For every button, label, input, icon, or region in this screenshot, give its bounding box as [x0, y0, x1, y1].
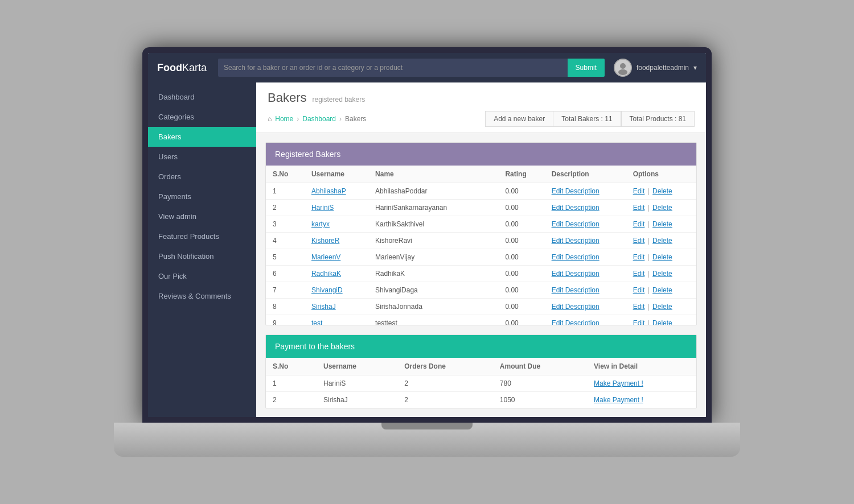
- delete-link[interactable]: Delete: [652, 253, 672, 261]
- col-description: Description: [545, 166, 626, 183]
- username-link[interactable]: KishoreR: [311, 237, 339, 245]
- delete-link[interactable]: Delete: [652, 286, 672, 294]
- delete-link[interactable]: Delete: [652, 303, 672, 311]
- make-payment-link[interactable]: Make Payment !: [594, 396, 643, 404]
- edit-link[interactable]: Edit: [633, 187, 645, 195]
- cell-options: Edit | Delete: [626, 266, 696, 282]
- bakers-table-wrapper[interactable]: S.No Username Name Rating Description Op…: [266, 166, 696, 325]
- cell-name: ShivangiDaga: [368, 282, 498, 299]
- edit-description-link[interactable]: Edit Description: [552, 319, 600, 325]
- sidebar-item-users[interactable]: Users: [148, 147, 256, 167]
- cell-name: SirishaJonnada: [368, 299, 498, 315]
- cell-sno: 6: [266, 266, 305, 282]
- laptop-base: [114, 423, 740, 457]
- edit-description-link[interactable]: Edit Description: [552, 204, 600, 212]
- sidebar-item-categories[interactable]: Categories: [148, 107, 256, 127]
- username-link[interactable]: HariniS: [311, 204, 334, 212]
- table-row: 6 RadhikaK RadhikaK 0.00 Edit Descriptio…: [266, 266, 696, 282]
- edit-link[interactable]: Edit: [633, 319, 645, 325]
- edit-description-link[interactable]: Edit Description: [552, 270, 600, 278]
- cell-username: ShivangiD: [305, 282, 368, 299]
- search-submit-button[interactable]: Submit: [568, 59, 605, 77]
- col-username: Username: [305, 166, 368, 183]
- delete-link[interactable]: Delete: [652, 204, 672, 212]
- cell-sno: 7: [266, 282, 305, 299]
- avatar: [614, 59, 632, 77]
- cell-options: Edit | Delete: [626, 315, 696, 325]
- sidebar-item-our-pick[interactable]: Our Pick: [148, 266, 256, 286]
- cell-options: Edit | Delete: [626, 183, 696, 200]
- edit-link[interactable]: Edit: [633, 253, 645, 261]
- edit-link[interactable]: Edit: [633, 270, 645, 278]
- edit-description-link[interactable]: Edit Description: [552, 303, 600, 311]
- edit-description-link[interactable]: Edit Description: [552, 286, 600, 294]
- delete-link[interactable]: Delete: [652, 319, 672, 325]
- bakers-table: S.No Username Name Rating Description Op…: [266, 166, 696, 325]
- cell-sno: 8: [266, 299, 305, 315]
- cell-options: Edit | Delete: [626, 282, 696, 299]
- table-row: 1 AbhilashaP AbhilashaPoddar 0.00 Edit D…: [266, 183, 696, 200]
- edit-link[interactable]: Edit: [633, 204, 645, 212]
- breadcrumb: ⌂ Home › Dashboard › Bakers: [268, 115, 366, 123]
- search-input[interactable]: [218, 59, 568, 77]
- user-chevron-icon[interactable]: ▾: [693, 64, 697, 72]
- payment-table-wrapper[interactable]: S.No Username Orders Done Amount Due Vie…: [266, 358, 696, 408]
- edit-description-link[interactable]: Edit Description: [552, 253, 600, 261]
- sidebar-item-reviews-comments[interactable]: Reviews & Comments: [148, 286, 256, 306]
- cell-username: MarieenV: [305, 249, 368, 266]
- delete-link[interactable]: Delete: [652, 187, 672, 195]
- payment-card: Payment to the bakers S.No Username Orde…: [265, 334, 697, 408]
- table-row: 5 MarieenV MarieenVijay 0.00 Edit Descri…: [266, 249, 696, 266]
- username-link[interactable]: MarieenV: [311, 253, 340, 261]
- sidebar: DashboardCategoriesBakersUsersOrdersPaym…: [148, 82, 256, 417]
- make-payment-link[interactable]: Make Payment !: [594, 379, 643, 387]
- bakers-table-head: S.No Username Name Rating Description Op…: [266, 166, 696, 183]
- username-link[interactable]: SirishaJ: [311, 303, 336, 311]
- edit-link[interactable]: Edit: [633, 286, 645, 294]
- cell-options: Edit | Delete: [626, 299, 696, 315]
- sidebar-item-view-admin[interactable]: View admin: [148, 206, 256, 226]
- cell-description: Edit Description: [545, 266, 626, 282]
- breadcrumb-home[interactable]: Home: [275, 115, 293, 123]
- page-header: Bakers registered bakers ⌂ Home › Dashbo…: [256, 82, 706, 133]
- svg-point-1: [620, 63, 626, 69]
- pay-cell-username: SirishaJ: [317, 392, 397, 408]
- add-baker-button[interactable]: Add a new baker: [485, 111, 553, 127]
- edit-link[interactable]: Edit: [633, 237, 645, 245]
- breadcrumb-actions: Add a new baker Total Bakers : 11 Total …: [485, 111, 695, 127]
- breadcrumb-dashboard[interactable]: Dashboard: [302, 115, 336, 123]
- total-products-badge: Total Products : 81: [621, 111, 695, 127]
- delete-link[interactable]: Delete: [652, 220, 672, 228]
- edit-link[interactable]: Edit: [633, 303, 645, 311]
- sidebar-item-payments[interactable]: Payments: [148, 187, 256, 206]
- edit-link[interactable]: Edit: [633, 220, 645, 228]
- sidebar-item-featured-products[interactable]: Featured Products: [148, 226, 256, 246]
- pay-cell-amount: 1050: [493, 392, 587, 408]
- delete-link[interactable]: Delete: [652, 270, 672, 278]
- edit-description-link[interactable]: Edit Description: [552, 220, 600, 228]
- page-title: Bakers: [268, 90, 306, 105]
- cell-name: RadhikaK: [368, 266, 498, 282]
- sidebar-item-orders[interactable]: Orders: [148, 167, 256, 187]
- username-link[interactable]: kartyx: [311, 220, 330, 228]
- cell-username: AbhilashaP: [305, 183, 368, 200]
- pay-col-orders: Orders Done: [397, 358, 493, 375]
- username-link[interactable]: RadhikaK: [311, 270, 341, 278]
- username-link[interactable]: test: [311, 319, 322, 325]
- cell-name: testtest: [368, 315, 498, 325]
- home-icon: ⌂: [268, 115, 272, 123]
- edit-description-link[interactable]: Edit Description: [552, 187, 600, 195]
- cell-username: kartyx: [305, 216, 368, 233]
- sidebar-item-bakers[interactable]: Bakers: [148, 127, 256, 147]
- edit-description-link[interactable]: Edit Description: [552, 237, 600, 245]
- delete-link[interactable]: Delete: [652, 237, 672, 245]
- username-link[interactable]: ShivangiD: [311, 286, 343, 294]
- cell-options: Edit | Delete: [626, 216, 696, 233]
- cell-description: Edit Description: [545, 233, 626, 249]
- cell-username: SirishaJ: [305, 299, 368, 315]
- sidebar-item-push-notification[interactable]: Push Notification: [148, 246, 256, 266]
- sidebar-item-dashboard[interactable]: Dashboard: [148, 87, 256, 107]
- username-link[interactable]: AbhilashaP: [311, 187, 346, 195]
- page-subtitle: registered bakers: [312, 96, 365, 104]
- options-sep: |: [648, 319, 651, 325]
